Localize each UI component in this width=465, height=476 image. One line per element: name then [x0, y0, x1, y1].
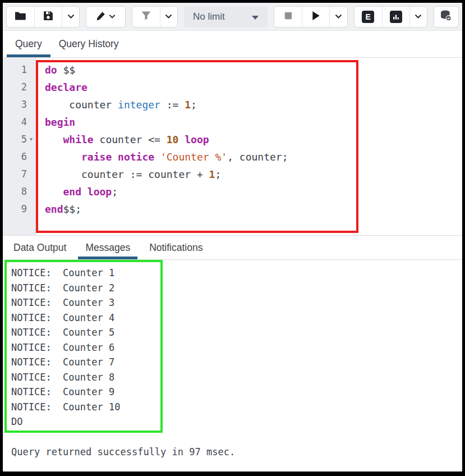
edit-button-group: [86, 6, 126, 28]
message-line: NOTICE: Counter 6: [11, 340, 462, 355]
tab-query-label: Query: [15, 38, 42, 50]
execute-button-group: [274, 6, 347, 28]
code-area[interactable]: do $$declare counter integer := 1;begin …: [36, 58, 462, 235]
connection-button-group: [434, 6, 459, 28]
save-icon: [43, 11, 53, 22]
folder-icon: [15, 11, 26, 22]
line-number: 6: [3, 148, 35, 166]
cancel-query-button[interactable]: [274, 7, 302, 27]
tab-query-history-label: Query History: [59, 38, 119, 50]
messages-panel: NOTICE: Counter 1NOTICE: Counter 2NOTICE…: [3, 260, 462, 435]
edit-options-button[interactable]: [86, 7, 125, 27]
line-number: 8: [3, 183, 35, 200]
execute-button[interactable]: [302, 7, 329, 27]
file-button-group: [6, 6, 80, 28]
save-button[interactable]: [34, 7, 62, 27]
dropdown-arrow-icon: [252, 12, 259, 22]
tab-messages-label: Messages: [85, 242, 130, 254]
code-line[interactable]: counter := counter + 1;: [45, 166, 462, 183]
explain-options-button[interactable]: [409, 7, 427, 27]
code-line[interactable]: do $$: [45, 61, 462, 79]
message-line: NOTICE: Counter 2: [11, 281, 462, 296]
sql-editor[interactable]: 12345▼6789 do $$declare counter integer …: [3, 58, 462, 236]
code-line[interactable]: while counter <= 10 loop: [45, 131, 462, 148]
message-lines: NOTICE: Counter 1NOTICE: Counter 2NOTICE…: [3, 260, 462, 429]
toolbar: No limit E: [3, 3, 462, 31]
row-limit-select[interactable]: No limit: [184, 6, 268, 28]
tab-query[interactable]: Query: [7, 31, 50, 57]
database-check-icon: [440, 10, 452, 23]
line-number: 5▼: [3, 131, 35, 148]
chevron-down-icon: [165, 12, 172, 21]
execute-options-button[interactable]: [329, 7, 347, 27]
pencil-icon: [96, 11, 105, 22]
code-line[interactable]: declare: [45, 79, 462, 96]
code-line[interactable]: begin: [45, 113, 462, 131]
filter-icon: [141, 11, 151, 22]
open-file-button[interactable]: [7, 7, 34, 27]
tab-data-output[interactable]: Data Output: [6, 236, 73, 259]
code-line[interactable]: end$$;: [45, 200, 462, 218]
tab-notifications-label: Notifications: [149, 242, 202, 254]
message-line: NOTICE: Counter 9: [11, 385, 462, 400]
message-line: NOTICE: Counter 10: [11, 400, 462, 415]
pgadmin-query-tool-window: No limit E: [0, 0, 465, 476]
status-line: Query returned successfully in 97 msec.: [3, 435, 462, 472]
message-line: DO: [11, 414, 462, 429]
message-line: NOTICE: Counter 8: [11, 370, 462, 385]
chevron-down-icon: [67, 12, 75, 21]
tab-messages[interactable]: Messages: [78, 236, 137, 259]
tab-data-output-label: Data Output: [13, 242, 66, 254]
chevron-down-icon: [335, 12, 342, 21]
row-limit-value: No limit: [193, 11, 225, 22]
save-options-button[interactable]: [62, 7, 79, 27]
play-icon: [311, 11, 321, 22]
bar-chart-icon: [390, 11, 402, 23]
message-line: NOTICE: Counter 3: [11, 295, 462, 310]
explain-button[interactable]: E: [354, 7, 382, 27]
line-number-gutter: 12345▼6789: [3, 58, 36, 235]
fold-marker-icon[interactable]: ▼: [27, 131, 35, 148]
line-number: 9: [3, 200, 35, 218]
explain-analyze-button[interactable]: [382, 7, 409, 27]
message-line: NOTICE: Counter 5: [11, 325, 462, 340]
tab-query-history[interactable]: Query History: [50, 31, 127, 57]
query-tab-bar: Query Query History: [3, 31, 462, 58]
stop-icon: [283, 11, 293, 22]
line-number: 2: [3, 79, 35, 96]
message-line: NOTICE: Counter 7: [11, 355, 462, 370]
filter-button[interactable]: [132, 7, 160, 27]
line-number: 1: [3, 61, 35, 79]
code-line[interactable]: raise notice 'Counter %', counter;: [45, 148, 462, 166]
explain-button-group: E: [354, 6, 427, 28]
line-number: 7: [3, 166, 35, 183]
output-tab-bar: Data Output Messages Notifications: [3, 236, 462, 260]
chevron-down-icon: [415, 12, 422, 21]
code-line[interactable]: counter integer := 1;: [45, 96, 462, 113]
explain-icon: E: [362, 11, 374, 23]
filter-button-group: [132, 6, 178, 28]
filter-options-button[interactable]: [160, 7, 177, 27]
code-line[interactable]: end loop;: [45, 183, 462, 200]
line-number: 4: [3, 113, 35, 131]
message-line: NOTICE: Counter 4: [11, 310, 462, 326]
connection-status-button[interactable]: [434, 7, 458, 27]
tab-notifications[interactable]: Notifications: [142, 236, 210, 259]
line-number: 3: [3, 96, 35, 113]
chevron-down-icon: [109, 12, 116, 21]
message-line: NOTICE: Counter 1: [11, 266, 462, 281]
